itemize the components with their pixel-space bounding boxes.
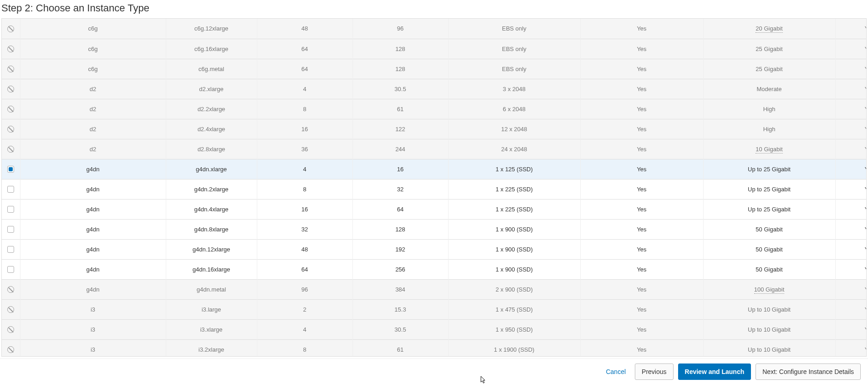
- page-title: Step 2: Choose an Instance Type: [0, 0, 868, 18]
